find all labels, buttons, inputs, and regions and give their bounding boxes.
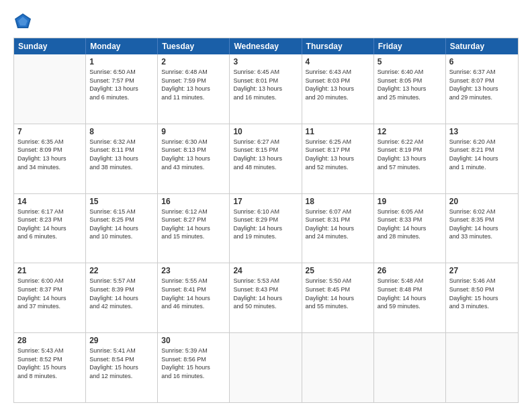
cell-text: Sunrise: 6:12 AMSunset: 8:27 PMDaylight:… — [161, 208, 226, 241]
header-day-friday: Friday — [374, 38, 446, 54]
day-number: 1 — [89, 57, 154, 66]
cal-cell-day-22: 22Sunrise: 5:57 AMSunset: 8:39 PMDayligh… — [86, 263, 158, 332]
day-number: 18 — [306, 197, 370, 206]
logo — [13, 12, 35, 31]
cell-text: Sunrise: 5:39 AMSunset: 8:56 PMDaylight:… — [161, 347, 226, 380]
cell-text: Sunrise: 5:43 AMSunset: 8:52 PMDaylight:… — [17, 347, 82, 380]
cal-cell-day-30: 30Sunrise: 5:39 AMSunset: 8:56 PMDayligh… — [158, 333, 230, 402]
day-number: 28 — [17, 336, 82, 345]
day-number: 16 — [161, 197, 226, 206]
header — [13, 12, 519, 31]
cell-text: Sunrise: 6:20 AMSunset: 8:21 PMDaylight:… — [449, 138, 515, 171]
page: SundayMondayTuesdayWednesdayThursdayFrid… — [0, 0, 532, 411]
cal-cell-empty — [374, 333, 446, 402]
cell-text: Sunrise: 6:05 AMSunset: 8:33 PMDaylight:… — [378, 208, 442, 241]
cell-text: Sunrise: 5:48 AMSunset: 8:48 PMDaylight:… — [378, 277, 442, 310]
day-number: 26 — [378, 266, 442, 275]
cal-cell-day-21: 21Sunrise: 6:00 AMSunset: 8:37 PMDayligh… — [14, 263, 86, 332]
cal-cell-day-19: 19Sunrise: 6:05 AMSunset: 8:33 PMDayligh… — [374, 194, 446, 263]
calendar-week-4: 21Sunrise: 6:00 AMSunset: 8:37 PMDayligh… — [14, 263, 518, 332]
cell-text: Sunrise: 5:57 AMSunset: 8:39 PMDaylight:… — [89, 277, 154, 310]
day-number: 13 — [449, 127, 515, 136]
day-number: 14 — [17, 197, 82, 206]
calendar: SundayMondayTuesdayWednesdayThursdayFrid… — [13, 38, 519, 403]
cal-cell-empty — [14, 54, 86, 124]
cal-cell-day-4: 4Sunrise: 6:43 AMSunset: 8:03 PMDaylight… — [302, 54, 374, 124]
cell-text: Sunrise: 5:53 AMSunset: 8:43 PMDaylight:… — [233, 277, 298, 310]
cal-cell-day-9: 9Sunrise: 6:30 AMSunset: 8:13 PMDaylight… — [158, 124, 230, 193]
day-number: 19 — [378, 197, 442, 206]
cell-text: Sunrise: 6:15 AMSunset: 8:25 PMDaylight:… — [89, 208, 154, 241]
cal-cell-day-13: 13Sunrise: 6:20 AMSunset: 8:21 PMDayligh… — [446, 124, 518, 193]
header-day-tuesday: Tuesday — [158, 38, 230, 54]
day-number: 21 — [17, 266, 82, 275]
day-number: 3 — [233, 57, 298, 66]
cell-text: Sunrise: 6:25 AMSunset: 8:17 PMDaylight:… — [306, 138, 370, 171]
cell-text: Sunrise: 6:00 AMSunset: 8:37 PMDaylight:… — [17, 277, 82, 310]
calendar-week-5: 28Sunrise: 5:43 AMSunset: 8:52 PMDayligh… — [14, 332, 518, 402]
calendar-week-1: 1Sunrise: 6:50 AMSunset: 7:57 PMDaylight… — [14, 54, 518, 124]
calendar-week-2: 7Sunrise: 6:35 AMSunset: 8:09 PMDaylight… — [14, 124, 518, 193]
cell-text: Sunrise: 5:46 AMSunset: 8:50 PMDaylight:… — [449, 277, 515, 310]
cell-text: Sunrise: 6:07 AMSunset: 8:31 PMDaylight:… — [306, 208, 370, 241]
cell-text: Sunrise: 6:17 AMSunset: 8:23 PMDaylight:… — [17, 208, 82, 241]
day-number: 17 — [233, 197, 298, 206]
day-number: 5 — [378, 57, 442, 66]
cal-cell-day-15: 15Sunrise: 6:15 AMSunset: 8:25 PMDayligh… — [86, 194, 158, 263]
day-number: 6 — [449, 57, 515, 66]
cal-cell-day-24: 24Sunrise: 5:53 AMSunset: 8:43 PMDayligh… — [230, 263, 302, 332]
cal-cell-day-8: 8Sunrise: 6:32 AMSunset: 8:11 PMDaylight… — [86, 124, 158, 193]
cell-text: Sunrise: 5:50 AMSunset: 8:45 PMDaylight:… — [306, 277, 370, 310]
day-number: 12 — [378, 127, 442, 136]
day-number: 24 — [233, 266, 298, 275]
day-number: 4 — [306, 57, 370, 66]
day-number: 2 — [161, 57, 226, 66]
cell-text: Sunrise: 5:41 AMSunset: 8:54 PMDaylight:… — [89, 347, 154, 380]
cal-cell-day-1: 1Sunrise: 6:50 AMSunset: 7:57 PMDaylight… — [86, 54, 158, 124]
cell-text: Sunrise: 6:10 AMSunset: 8:29 PMDaylight:… — [233, 208, 298, 241]
cal-cell-empty — [302, 333, 374, 402]
header-day-saturday: Saturday — [446, 38, 518, 54]
cal-cell-day-27: 27Sunrise: 5:46 AMSunset: 8:50 PMDayligh… — [446, 263, 518, 332]
cell-text: Sunrise: 6:48 AMSunset: 7:59 PMDaylight:… — [161, 68, 226, 101]
header-day-sunday: Sunday — [14, 38, 86, 54]
cal-cell-day-12: 12Sunrise: 6:22 AMSunset: 8:19 PMDayligh… — [374, 124, 446, 193]
day-number: 22 — [89, 266, 154, 275]
header-day-wednesday: Wednesday — [230, 38, 302, 54]
cal-cell-day-16: 16Sunrise: 6:12 AMSunset: 8:27 PMDayligh… — [158, 194, 230, 263]
cell-text: Sunrise: 5:55 AMSunset: 8:41 PMDaylight:… — [161, 277, 226, 310]
cal-cell-day-14: 14Sunrise: 6:17 AMSunset: 8:23 PMDayligh… — [14, 194, 86, 263]
cell-text: Sunrise: 6:40 AMSunset: 8:05 PMDaylight:… — [378, 68, 442, 101]
cell-text: Sunrise: 6:22 AMSunset: 8:19 PMDaylight:… — [378, 138, 442, 171]
logo-icon — [13, 12, 32, 31]
day-number: 11 — [306, 127, 370, 136]
day-number: 30 — [161, 336, 226, 345]
cal-cell-day-6: 6Sunrise: 6:37 AMSunset: 8:07 PMDaylight… — [446, 54, 518, 124]
cal-cell-day-28: 28Sunrise: 5:43 AMSunset: 8:52 PMDayligh… — [14, 333, 86, 402]
day-number: 23 — [161, 266, 226, 275]
cal-cell-day-20: 20Sunrise: 6:02 AMSunset: 8:35 PMDayligh… — [446, 194, 518, 263]
cal-cell-day-17: 17Sunrise: 6:10 AMSunset: 8:29 PMDayligh… — [230, 194, 302, 263]
cell-text: Sunrise: 6:35 AMSunset: 8:09 PMDaylight:… — [17, 138, 82, 171]
header-day-monday: Monday — [86, 38, 158, 54]
cell-text: Sunrise: 6:02 AMSunset: 8:35 PMDaylight:… — [449, 208, 515, 241]
cal-cell-day-10: 10Sunrise: 6:27 AMSunset: 8:15 PMDayligh… — [230, 124, 302, 193]
day-number: 8 — [89, 127, 154, 136]
cal-cell-empty — [446, 333, 518, 402]
calendar-week-3: 14Sunrise: 6:17 AMSunset: 8:23 PMDayligh… — [14, 193, 518, 263]
cal-cell-day-18: 18Sunrise: 6:07 AMSunset: 8:31 PMDayligh… — [302, 194, 374, 263]
day-number: 25 — [306, 266, 370, 275]
cal-cell-day-29: 29Sunrise: 5:41 AMSunset: 8:54 PMDayligh… — [86, 333, 158, 402]
day-number: 27 — [449, 266, 515, 275]
cal-cell-day-7: 7Sunrise: 6:35 AMSunset: 8:09 PMDaylight… — [14, 124, 86, 193]
day-number: 20 — [449, 197, 515, 206]
day-number: 9 — [161, 127, 226, 136]
cal-cell-day-2: 2Sunrise: 6:48 AMSunset: 7:59 PMDaylight… — [158, 54, 230, 124]
cell-text: Sunrise: 6:37 AMSunset: 8:07 PMDaylight:… — [449, 68, 515, 101]
calendar-header-row: SundayMondayTuesdayWednesdayThursdayFrid… — [14, 38, 518, 54]
cell-text: Sunrise: 6:50 AMSunset: 7:57 PMDaylight:… — [89, 68, 154, 101]
cell-text: Sunrise: 6:30 AMSunset: 8:13 PMDaylight:… — [161, 138, 226, 171]
cal-cell-day-11: 11Sunrise: 6:25 AMSunset: 8:17 PMDayligh… — [302, 124, 374, 193]
header-day-thursday: Thursday — [302, 38, 374, 54]
cal-cell-day-25: 25Sunrise: 5:50 AMSunset: 8:45 PMDayligh… — [302, 263, 374, 332]
